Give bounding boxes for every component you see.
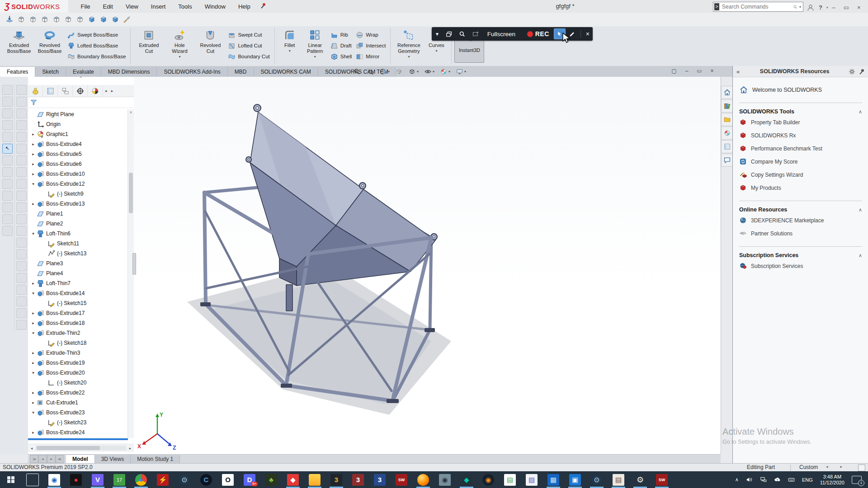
appearances-scenes[interactable]: [721, 127, 732, 140]
tabs-scroll-left-icon[interactable]: ◂: [103, 89, 109, 93]
taskbar-app-icon[interactable]: ◆: [456, 471, 477, 488]
scroll-right-icon[interactable]: ▸: [127, 446, 134, 450]
task-pane-link[interactable]: 3DEXPERIENCE Marketplace: [733, 214, 868, 227]
extruded-cut-button[interactable]: ExtrudedCut: [133, 28, 164, 55]
ribbon-small-button[interactable]: Swept Boss/Base: [65, 29, 127, 40]
restore-document[interactable]: ▭: [693, 66, 706, 75]
collapse-section-icon[interactable]: ∧: [859, 207, 862, 213]
toolbar-icon[interactable]: [16, 179, 27, 189]
taskbar-app-icon[interactable]: ⚙: [629, 471, 651, 488]
toolbar-icon[interactable]: [16, 191, 27, 201]
taskbar-app-icon[interactable]: V: [87, 471, 108, 488]
tray-expand-icon[interactable]: ∧: [735, 477, 739, 483]
taskbar-app-icon[interactable]: ⚡: [152, 471, 174, 488]
taskbar-app-icon[interactable]: ▤: [608, 471, 629, 488]
toolbar-icon[interactable]: [16, 155, 27, 165]
task-pane-link[interactable]: My Products: [733, 181, 868, 194]
toolbar-icon[interactable]: [16, 296, 27, 306]
expand-arrow-icon[interactable]: [30, 172, 36, 176]
task-pane-link[interactable]: Compare My Score: [733, 155, 868, 168]
language-indicator[interactable]: ENG: [802, 477, 813, 483]
tree-item[interactable]: Loft-Thin7: [28, 278, 128, 288]
ribbon-small-button[interactable]: Lofted Cut: [226, 40, 271, 51]
tree-item[interactable]: Cut-Extrude1: [28, 398, 128, 408]
ribbon-tab[interactable]: MBD Dimensions: [101, 67, 157, 77]
taskbar-app-icon[interactable]: [304, 471, 326, 488]
touch-keyboard-icon[interactable]: [788, 476, 795, 483]
hole-wizard-button[interactable]: HoleWizard ▾: [164, 28, 195, 60]
tree-item[interactable]: (-) Sketch9: [28, 189, 128, 199]
tree-item[interactable]: Boss-Extrude19: [28, 358, 128, 368]
tree-item[interactable]: Boss-Extrude23: [28, 408, 128, 418]
toolbar-icon[interactable]: [2, 179, 13, 189]
menu-item[interactable]: Edit: [96, 0, 119, 13]
3d-drawing-view[interactable]: [392, 66, 406, 76]
toolbar-icon[interactable]: [2, 108, 13, 118]
dropdown-icon[interactable]: ▾: [314, 55, 316, 59]
user-icon[interactable]: [807, 4, 815, 12]
collapse-panel-icon[interactable]: ⌃: [79, 76, 83, 81]
toolbar-icon[interactable]: [2, 167, 13, 177]
scroll-left-icon[interactable]: ◂: [28, 446, 35, 450]
expand-corner-icon[interactable]: [858, 465, 865, 471]
taskbar-app-icon[interactable]: ⊙: [174, 471, 195, 488]
recorder-window-icon[interactable]: [446, 31, 453, 38]
expand-arrow-icon[interactable]: [30, 361, 36, 365]
fillet-button[interactable]: Fillet ▾: [278, 28, 302, 54]
expand-arrow-icon[interactable]: [30, 430, 36, 435]
toolbar-icon[interactable]: [16, 85, 27, 95]
taskbar-app-icon[interactable]: ⊙: [586, 471, 608, 488]
toolbar-icon[interactable]: [16, 238, 27, 248]
dropdown-icon[interactable]: ▾: [408, 55, 410, 59]
expand-arrow-icon[interactable]: [30, 410, 36, 415]
menu-item[interactable]: File: [75, 0, 97, 13]
task-pane-link[interactable]: Performance Benchmark Test: [733, 142, 868, 155]
extruded-boss-base-button[interactable]: ExtrudedBoss/Base: [4, 28, 34, 55]
ribbon-tab[interactable]: Sketch: [35, 67, 66, 77]
toolbar-icon[interactable]: [16, 273, 27, 283]
expand-arrow-icon[interactable]: [30, 162, 36, 166]
network-icon[interactable]: [760, 476, 767, 483]
normal-to[interactable]: [4, 14, 15, 25]
search-scope-icon[interactable]: >: [714, 3, 719, 10]
tree-item[interactable]: Boss-Extrude17: [28, 308, 128, 318]
study-nav-button[interactable]: ◂: [38, 455, 47, 463]
toolbar-icon[interactable]: [16, 97, 27, 107]
toolbar-icon[interactable]: [2, 85, 13, 95]
ribbon-small-button[interactable]: Draft: [328, 40, 354, 51]
taskbar-app-icon[interactable]: SW: [391, 471, 412, 488]
toolbar-icon[interactable]: [16, 226, 27, 236]
expand-arrow-icon[interactable]: [30, 371, 36, 375]
tree-item[interactable]: Extrude-Thin3: [28, 348, 128, 358]
tree-item[interactable]: Boss-Extrude18: [28, 318, 128, 328]
ribbon-small-button[interactable]: Lofted Boss/Base: [65, 40, 127, 51]
dropdown-icon[interactable]: ▾: [435, 49, 437, 53]
toolbar-icon[interactable]: [2, 120, 13, 130]
toolbar-icon[interactable]: [2, 97, 13, 107]
expand-arrow-icon[interactable]: [30, 281, 36, 286]
expand-arrow-icon[interactable]: [30, 152, 36, 156]
fullscreen-label[interactable]: Fullscreen: [482, 31, 521, 38]
toolbar-icon[interactable]: [16, 214, 27, 224]
tree-item[interactable]: Boss-Extrude6: [28, 159, 128, 169]
tree-item[interactable]: Boss-Extrude20: [28, 368, 128, 378]
tree-item[interactable]: Boss-Extrude10: [28, 169, 128, 179]
menu-item[interactable]: Insert: [145, 0, 172, 13]
expand-arrow-icon[interactable]: [30, 142, 36, 146]
taskbar-app-icon[interactable]: 3: [369, 471, 391, 488]
taskbar-app-icon[interactable]: ▦: [542, 471, 564, 488]
expand-arrow-icon[interactable]: [30, 331, 36, 335]
units-selector[interactable]: Custom: [799, 464, 818, 470]
tree-item[interactable]: (-) Sketch20: [28, 378, 128, 388]
study-nav-button[interactable]: |◂: [30, 455, 38, 463]
ribbon-small-button[interactable]: Intersect: [354, 40, 387, 51]
tree-item[interactable]: Plane1: [28, 209, 128, 219]
restore-button[interactable]: ▭: [840, 1, 853, 14]
tree-item[interactable]: (-) Sketch23: [28, 418, 128, 427]
expand-arrow-icon[interactable]: [30, 390, 36, 395]
toolbar-icon[interactable]: [16, 285, 27, 295]
tree-item[interactable]: (-) Sketch13: [28, 249, 128, 258]
toolbar-icon[interactable]: [2, 155, 13, 165]
menu-item[interactable]: Tools: [172, 0, 198, 13]
custom-properties[interactable]: [721, 140, 732, 153]
